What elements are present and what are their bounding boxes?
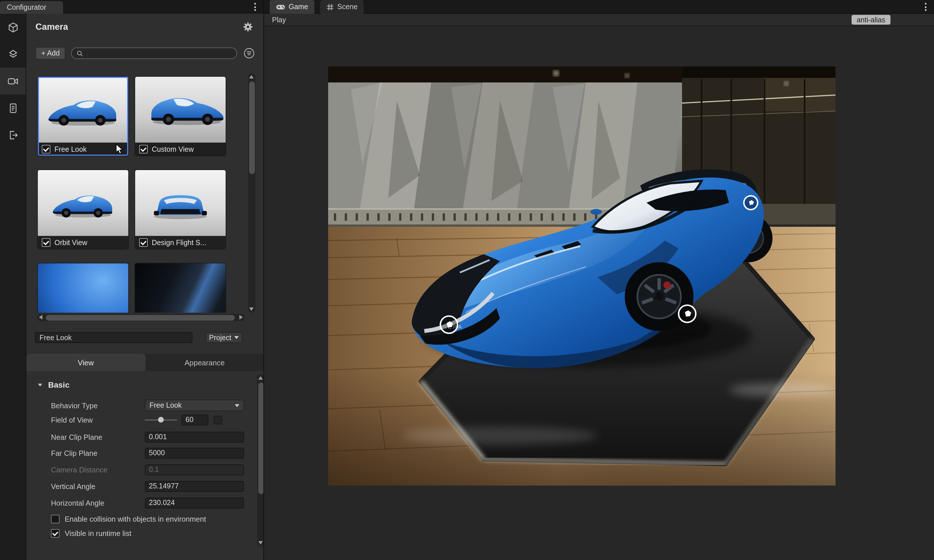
tab-view[interactable]: View	[26, 354, 145, 371]
visible-runtime-checkbox-label: Visible in runtime list	[65, 529, 131, 538]
behavior-type-label: Behavior Type	[51, 401, 145, 410]
camera-panel: Camera + Add	[26, 14, 263, 560]
near-clip-plane-input[interactable]	[145, 431, 244, 442]
basic-section-foldout[interactable]: Basic	[38, 380, 69, 389]
camera-icon	[7, 75, 19, 87]
configurator-tabstrip: Configurator	[0, 0, 263, 14]
camera-tile-name: Design Flight S...	[152, 238, 206, 246]
filter-icon	[243, 48, 255, 59]
behavior-type-dropdown[interactable]: Free Look	[145, 400, 244, 411]
tab-appearance-label: Appearance	[185, 358, 225, 367]
slider-knob[interactable]	[158, 417, 164, 423]
toolbar-item-model[interactable]	[0, 14, 26, 41]
camera-tile-label-bar: Free Look	[38, 143, 128, 156]
toolbar-item-exit[interactable]	[0, 122, 26, 148]
game-view-tabstrip: Game Scene	[264, 0, 934, 14]
hotspot-rear[interactable]	[744, 196, 758, 209]
scope-dropdown-value: Project	[209, 334, 231, 342]
properties-vertical-scrollbar[interactable]	[257, 374, 263, 546]
camera-tile-label-bar: Custom View	[135, 143, 226, 156]
foldout-arrow-icon	[38, 383, 42, 386]
camera-tile-label-bar: Design Flight S...	[135, 236, 226, 249]
gamepad-icon	[276, 3, 285, 10]
camera-search-box[interactable]	[71, 48, 237, 59]
camera-tile-name: Custom View	[152, 145, 194, 153]
tab-game[interactable]: Game	[270, 0, 314, 14]
horizontal-angle-label: Horizontal Angle	[51, 498, 145, 507]
hotspot-front-left[interactable]	[440, 316, 457, 333]
camera-name-input[interactable]	[35, 332, 192, 343]
mode-toolbar	[0, 14, 26, 560]
camera-tile-label-bar: Orbit View	[38, 236, 128, 249]
vertical-angle-label: Vertical Angle	[51, 482, 145, 491]
tab-view-label: View	[78, 358, 94, 367]
exit-icon	[7, 129, 18, 141]
camera-tile-name: Orbit View	[54, 238, 87, 246]
toolbar-item-camera[interactable]	[0, 68, 26, 94]
camera-tile-name: Free Look	[54, 145, 87, 153]
layers-icon	[7, 48, 18, 60]
camera-tile-orbit-view[interactable]: Orbit View	[37, 169, 129, 250]
app-window: { "header": { "configurator_tab": "Confi…	[0, 0, 934, 560]
panel-title: Camera	[35, 22, 68, 32]
field-of-view-input[interactable]	[182, 414, 208, 425]
camera-thumbnail-grid: Free Look Custom View	[26, 73, 263, 312]
toolbar-item-details[interactable]	[0, 94, 26, 122]
filter-button[interactable]	[243, 47, 255, 60]
add-camera-button-label: + Add	[41, 49, 60, 57]
configurator-menu-icon[interactable]	[251, 2, 259, 11]
thumbnail-vertical-scrollbar[interactable]	[248, 73, 255, 312]
add-camera-button[interactable]: + Add	[35, 47, 66, 60]
collision-checkbox[interactable]	[51, 515, 60, 523]
detail-tabs: View Appearance	[26, 354, 263, 371]
cube-icon	[7, 22, 18, 33]
tab-scene-label: Scene	[337, 3, 358, 11]
chevron-down-icon	[234, 336, 239, 339]
field-of-view-label: Field of View	[51, 415, 145, 424]
anti-alias-badge: anti-alias	[851, 15, 891, 25]
mouse-cursor	[116, 144, 125, 155]
configurator-pane: Configurator	[0, 0, 263, 560]
camera-enabled-checkbox[interactable]	[42, 238, 51, 247]
gear-icon	[242, 21, 254, 32]
thumbnail-horizontal-scrollbar[interactable]	[37, 314, 245, 321]
tab-configurator-label: Configurator	[7, 3, 46, 11]
game-view-toolbar: Play anti-alias	[264, 14, 934, 26]
tab-game-label: Game	[289, 3, 308, 11]
toolbar-item-variants[interactable]	[0, 41, 26, 68]
tab-scene[interactable]: Scene	[320, 0, 364, 14]
scope-dropdown[interactable]: Project	[206, 332, 242, 343]
hotspot-front-wheel[interactable]	[679, 305, 696, 322]
camera-tile-free-look[interactable]: Free Look	[37, 76, 129, 156]
settings-button[interactable]	[242, 21, 254, 33]
search-input[interactable]	[87, 49, 231, 58]
horizontal-angle-input[interactable]	[145, 497, 244, 508]
basic-section-title: Basic	[48, 380, 69, 389]
near-clip-plane-label: Near Clip Plane	[51, 432, 145, 441]
collision-checkbox-label: Enable collision with objects in environ…	[65, 515, 206, 523]
camera-tile-custom-view[interactable]: Custom View	[135, 76, 226, 156]
field-of-view-aux-box[interactable]	[214, 415, 222, 424]
camera-distance-input	[145, 464, 244, 475]
document-icon	[7, 102, 18, 114]
far-clip-plane-input[interactable]	[145, 448, 244, 458]
camera-distance-label: Camera Distance	[51, 465, 145, 474]
game-viewport[interactable]: VIERA	[264, 26, 934, 560]
play-button[interactable]: Play	[272, 16, 286, 24]
camera-tile-partial[interactable]	[37, 263, 129, 312]
chevron-down-icon	[235, 404, 239, 407]
camera-enabled-checkbox[interactable]	[42, 145, 51, 154]
vertical-angle-input[interactable]	[145, 481, 244, 492]
visible-runtime-checkbox[interactable]	[51, 529, 60, 538]
tab-appearance[interactable]: Appearance	[145, 354, 263, 371]
camera-tile-design-flight[interactable]: Design Flight S...	[135, 169, 226, 250]
search-icon	[77, 50, 83, 56]
rendered-scene[interactable]: VIERA	[328, 66, 836, 486]
camera-enabled-checkbox[interactable]	[139, 238, 148, 247]
camera-enabled-checkbox[interactable]	[139, 145, 148, 154]
field-of-view-slider[interactable]	[145, 415, 177, 425]
game-view-menu-icon[interactable]	[922, 2, 929, 11]
far-clip-plane-label: Far Clip Plane	[51, 449, 145, 457]
tab-configurator[interactable]: Configurator	[0, 1, 63, 14]
camera-tile-partial[interactable]	[135, 263, 226, 312]
